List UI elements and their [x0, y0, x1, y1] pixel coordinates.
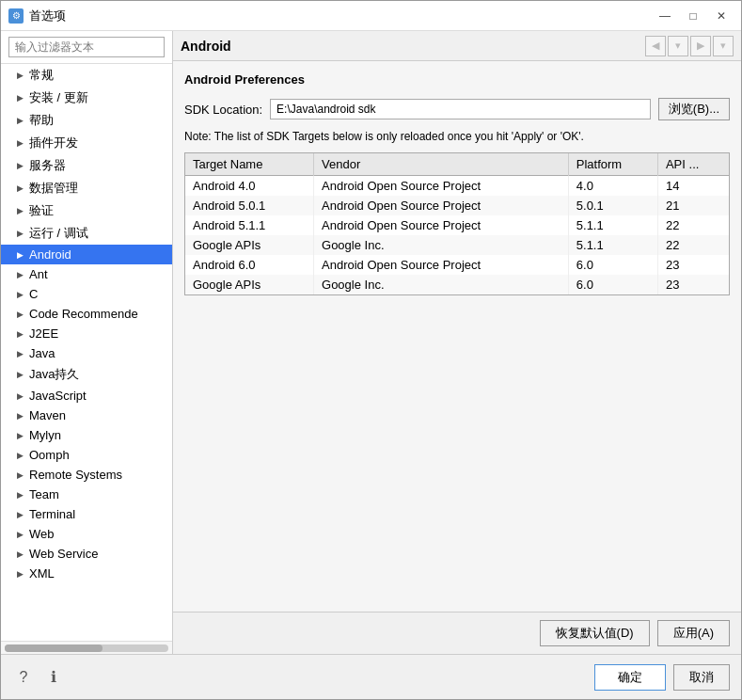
table-cell-target: Google APIs [185, 235, 314, 255]
table-row[interactable]: Google APIsGoogle Inc.6.023 [185, 275, 729, 294]
sdk-location-row: SDK Location: 浏览(B)... [184, 98, 730, 120]
sdk-table-wrapper: Target NameVendorPlatformAPI ... Android… [184, 152, 730, 295]
table-cell-api: 23 [657, 255, 729, 275]
arrow-icon: ▶ [14, 529, 25, 540]
restore-default-button[interactable]: 恢复默认值(D) [540, 620, 650, 646]
panel-title: Android [181, 39, 231, 54]
sidebar-item[interactable]: ▶帮助 [1, 109, 172, 132]
sidebar-item[interactable]: ▶Maven [1, 406, 172, 425]
table-row[interactable]: Android 5.1.1Android Open Source Project… [185, 215, 729, 235]
sidebar-item[interactable]: ▶Android [1, 245, 172, 264]
sdk-location-input[interactable] [270, 99, 651, 119]
table-cell-vendor: Google Inc. [314, 235, 569, 255]
sidebar-item[interactable]: ▶Java [1, 343, 172, 363]
arrow-icon: ▶ [14, 348, 25, 359]
table-cell-api: 22 [657, 235, 729, 255]
sidebar-item[interactable]: ▶Team [1, 485, 172, 504]
table-column-header: API ... [657, 153, 729, 176]
table-row[interactable]: Android 6.0Android Open Source Project6.… [185, 255, 729, 275]
sidebar-item[interactable]: ▶Ant [1, 264, 172, 284]
forward-button[interactable]: ▶ [690, 36, 711, 56]
sidebar-item[interactable]: ▶常规 [1, 64, 172, 87]
table-cell-target: Google APIs [185, 275, 314, 294]
cancel-button[interactable]: 取消 [673, 664, 730, 691]
note-text: Note: The list of SDK Targets below is o… [184, 130, 730, 143]
arrow-icon: ▶ [14, 289, 25, 300]
maximize-button[interactable]: □ [681, 7, 705, 25]
bottom-left-controls: ? ℹ [12, 666, 65, 689]
arrow-icon: ▶ [14, 390, 25, 402]
table-cell-platform: 6.0 [568, 255, 657, 275]
sidebar-item[interactable]: ▶验证 [1, 199, 172, 222]
sidebar-item[interactable]: ▶XML [1, 564, 172, 583]
bottom-right-controls: 确定 取消 [594, 664, 730, 691]
table-body: Android 4.0Android Open Source Project4.… [185, 176, 729, 295]
table-column-header: Platform [568, 153, 657, 176]
table-cell-target: Android 5.0.1 [185, 196, 314, 215]
help-button[interactable]: ? [12, 666, 35, 689]
confirm-button[interactable]: 确定 [594, 664, 666, 691]
sidebar-item[interactable]: ▶Code Recommende [1, 304, 172, 324]
panel-footer: 恢复默认值(D) 应用(A) [173, 612, 741, 654]
table-cell-platform: 5.1.1 [568, 215, 657, 235]
sidebar-item[interactable]: ▶Mylyn [1, 425, 172, 445]
sidebar-item[interactable]: ▶Web [1, 524, 172, 544]
sidebar-item[interactable]: ▶Java持久 [1, 363, 172, 386]
table-row[interactable]: Android 5.0.1Android Open Source Project… [185, 196, 729, 215]
arrow-icon: ▶ [14, 328, 25, 340]
preferences-window: ⚙ 首选项 — □ ✕ ▶常规▶安装 / 更新▶帮助▶插件开发▶服务器▶数据管理… [0, 0, 742, 700]
table-cell-vendor: Android Open Source Project [314, 215, 569, 235]
sidebar-item[interactable]: ▶JavaScript [1, 386, 172, 406]
apply-button[interactable]: 应用(A) [657, 620, 730, 646]
arrow-icon: ▶ [14, 249, 25, 261]
table-cell-vendor: Android Open Source Project [314, 255, 569, 275]
close-button[interactable]: ✕ [709, 7, 734, 25]
arrow-icon: ▶ [14, 92, 25, 103]
table-cell-platform: 5.0.1 [568, 196, 657, 215]
sidebar-item[interactable]: ▶安装 / 更新 [1, 87, 172, 109]
table-column-header: Target Name [185, 153, 314, 176]
info-button[interactable]: ℹ [42, 666, 65, 689]
arrow-icon: ▶ [14, 469, 25, 481]
toolbar-nav: ◀ ▾ ▶ ▾ [645, 36, 734, 56]
arrow-icon: ▶ [14, 568, 25, 580]
sidebar-item[interactable]: ▶J2EE [1, 324, 172, 343]
sidebar-item[interactable]: ▶C [1, 284, 172, 304]
window-title: 首选项 [29, 8, 653, 24]
arrow-icon: ▶ [14, 430, 25, 441]
filter-input[interactable] [8, 37, 165, 57]
back-dropdown-button[interactable]: ▾ [668, 36, 688, 56]
sidebar-item[interactable]: ▶Terminal [1, 504, 172, 524]
table-cell-target: Android 5.1.1 [185, 215, 314, 235]
arrow-icon: ▶ [14, 70, 25, 81]
sdk-location-label: SDK Location: [184, 103, 262, 117]
sidebar-item[interactable]: ▶数据管理 [1, 177, 172, 199]
forward-dropdown-button[interactable]: ▾ [713, 36, 734, 56]
browse-button[interactable]: 浏览(B)... [658, 98, 730, 120]
sidebar-scrollbar[interactable] [5, 644, 168, 652]
table-cell-vendor: Android Open Source Project [314, 176, 569, 197]
sidebar-item[interactable]: ▶Web Service [1, 544, 172, 564]
back-button[interactable]: ◀ [645, 36, 666, 56]
table-cell-api: 22 [657, 215, 729, 235]
table-row[interactable]: Android 4.0Android Open Source Project4.… [185, 176, 729, 197]
sidebar-item[interactable]: ▶Oomph [1, 445, 172, 465]
main-content: ▶常规▶安装 / 更新▶帮助▶插件开发▶服务器▶数据管理▶验证▶运行 / 调试▶… [1, 31, 741, 654]
minimize-button[interactable]: — [653, 7, 677, 25]
table-cell-platform: 6.0 [568, 275, 657, 294]
arrow-icon: ▶ [14, 228, 25, 239]
sdk-table: Target NameVendorPlatformAPI ... Android… [185, 153, 729, 294]
table-row[interactable]: Google APIsGoogle Inc.5.1.122 [185, 235, 729, 255]
sidebar-list: ▶常规▶安装 / 更新▶帮助▶插件开发▶服务器▶数据管理▶验证▶运行 / 调试▶… [1, 64, 172, 641]
sidebar-item[interactable]: ▶服务器 [1, 154, 172, 177]
table-header-row: Target NameVendorPlatformAPI ... [185, 153, 729, 176]
sidebar-item[interactable]: ▶运行 / 调试 [1, 222, 172, 245]
panel-body: Android Preferences SDK Location: 浏览(B).… [173, 61, 741, 612]
sidebar-item[interactable]: ▶插件开发 [1, 132, 172, 154]
sidebar-scrollbar-area[interactable] [1, 641, 172, 654]
table-cell-target: Android 4.0 [185, 176, 314, 197]
table-cell-api: 21 [657, 196, 729, 215]
arrow-icon: ▶ [14, 410, 25, 422]
arrow-icon: ▶ [14, 183, 25, 194]
sidebar-item[interactable]: ▶Remote Systems [1, 465, 172, 485]
